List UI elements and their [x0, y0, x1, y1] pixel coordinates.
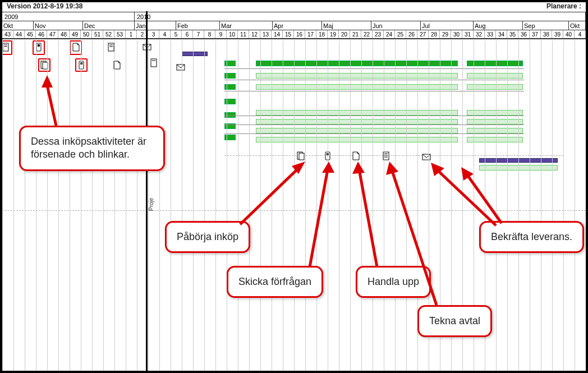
week-cell[interactable]: 11 — [238, 30, 249, 38]
week-cell[interactable]: 53 — [114, 30, 126, 38]
bar-green-chip-7[interactable] — [224, 135, 236, 140]
project-label: Proje — [148, 198, 154, 211]
week-cell[interactable]: 13 — [260, 30, 272, 38]
week-cell[interactable]: 16 — [294, 30, 305, 38]
week-cell[interactable]: 4 — [159, 30, 171, 38]
bar-lg-2b[interactable] — [467, 84, 523, 90]
week-cell[interactable]: 27 — [417, 30, 429, 38]
gridline — [2, 40, 3, 371]
hline — [224, 133, 524, 134]
gridline — [227, 40, 227, 371]
week-cell[interactable]: 3 — [148, 30, 159, 38]
week-cell[interactable]: 43 — [2, 30, 13, 38]
bar-green-chip-3[interactable] — [224, 84, 236, 90]
week-cell[interactable]: 4 — [575, 30, 586, 38]
week-cell[interactable]: 5 — [171, 30, 182, 38]
envelope-icon[interactable] — [176, 63, 185, 72]
week-cell[interactable]: 35 — [507, 30, 518, 38]
week-cell[interactable]: 26 — [406, 30, 417, 38]
version-text: Version 2012-8-19 19:38 — [7, 2, 82, 12]
week-cell[interactable]: 46 — [36, 30, 47, 38]
week-cell[interactable]: 1 — [126, 30, 137, 38]
week-cell[interactable]: 47 — [47, 30, 58, 38]
week-cell[interactable]: 19 — [328, 30, 339, 38]
bar-lg-1[interactable] — [256, 73, 458, 79]
document-icon[interactable] — [296, 151, 305, 160]
week-cell[interactable]: 29 — [440, 30, 451, 38]
gridline — [13, 40, 14, 371]
week-cell[interactable]: 36 — [518, 30, 530, 38]
week-cell[interactable]: 38 — [541, 30, 552, 38]
page-icon[interactable] — [351, 151, 360, 160]
week-cell[interactable]: 9 — [215, 30, 227, 38]
week-cell[interactable]: 23 — [373, 30, 384, 38]
week-cell[interactable]: 17 — [305, 30, 316, 38]
week-cell[interactable]: 10 — [227, 30, 238, 38]
bar-lg-4b[interactable] — [467, 119, 523, 125]
week-cell[interactable]: 7 — [193, 30, 204, 38]
week-cell[interactable]: 8 — [204, 30, 215, 38]
form-icon[interactable] — [149, 58, 158, 67]
gridline — [305, 40, 306, 371]
phone-icon[interactable] — [77, 61, 86, 70]
callout-delayed: Dessa inköpsaktiviteter är försenade och… — [19, 126, 165, 171]
week-cell[interactable]: 30 — [451, 30, 462, 38]
bar-green-header-2[interactable] — [467, 61, 523, 66]
bar-lg-6[interactable] — [256, 137, 458, 142]
week-cell[interactable]: 45 — [25, 30, 36, 38]
week-cell[interactable]: 39 — [552, 30, 563, 38]
week-cell[interactable]: 48 — [58, 30, 70, 38]
week-cell[interactable]: 6 — [182, 30, 193, 38]
bar-green-chip-2[interactable] — [224, 73, 236, 79]
week-cell[interactable]: 37 — [530, 30, 541, 38]
week-cell[interactable]: 21 — [350, 30, 361, 38]
gridline — [238, 40, 238, 371]
week-cell[interactable]: 28 — [429, 30, 440, 38]
gridline — [283, 40, 283, 371]
bar-green-header-1[interactable] — [256, 61, 458, 66]
week-cell[interactable]: 52 — [103, 30, 114, 38]
week-cell[interactable]: 40 — [563, 30, 575, 38]
page-icon[interactable] — [71, 43, 80, 52]
week-cell[interactable]: 31 — [462, 30, 474, 38]
bar-lg-4[interactable] — [256, 119, 458, 125]
hline — [224, 80, 524, 80]
page-icon[interactable] — [112, 61, 121, 70]
week-cell[interactable]: 18 — [316, 30, 328, 38]
week-cell[interactable]: 24 — [384, 30, 395, 38]
year-row: 20092010 — [2, 12, 586, 21]
bar-lg-5b[interactable] — [467, 128, 523, 133]
gridline — [361, 40, 362, 371]
week-cell[interactable]: 14 — [272, 30, 283, 38]
gridline — [171, 40, 171, 371]
bar-green-chip-1[interactable] — [224, 61, 236, 66]
week-cell[interactable]: 32 — [474, 30, 485, 38]
envelope-icon[interactable] — [422, 153, 431, 162]
bar-green-chip-4[interactable] — [224, 99, 236, 104]
bar-lg-2[interactable] — [256, 84, 458, 90]
bar-green-chip-5[interactable] — [224, 112, 236, 118]
bar-lg-5[interactable] — [256, 128, 458, 133]
gridline — [350, 40, 351, 371]
week-cell[interactable]: 25 — [395, 30, 406, 38]
form-icon[interactable] — [382, 151, 391, 160]
week-cell[interactable]: 44 — [13, 30, 25, 38]
month-cell: Jun — [371, 21, 421, 30]
bar-lg-3b[interactable] — [467, 110, 523, 116]
bar-lg-3[interactable] — [256, 110, 458, 116]
bar-lg-1b[interactable] — [467, 73, 523, 79]
bar-lg-6b[interactable] — [467, 137, 523, 142]
week-cell[interactable]: 20 — [339, 30, 350, 38]
gantt-grid[interactable]: Proje — [2, 40, 586, 371]
week-cell[interactable]: 34 — [496, 30, 507, 38]
gridline — [384, 40, 384, 371]
week-cell[interactable]: 51 — [92, 30, 103, 38]
week-cell[interactable]: 50 — [81, 30, 92, 38]
week-cell[interactable]: 49 — [70, 30, 81, 38]
month-cell: Feb — [176, 21, 220, 30]
week-cell[interactable]: 33 — [485, 30, 496, 38]
week-cell[interactable]: 15 — [283, 30, 294, 38]
month-cell: Okt — [569, 21, 586, 30]
week-cell[interactable]: 22 — [361, 30, 373, 38]
week-cell[interactable]: 12 — [249, 30, 260, 38]
